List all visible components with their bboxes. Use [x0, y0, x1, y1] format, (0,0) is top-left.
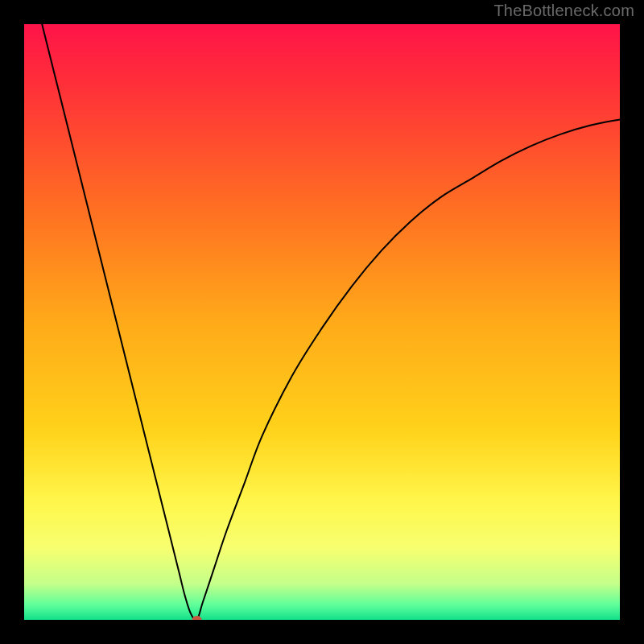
gradient-background	[24, 24, 620, 620]
bottleneck-chart	[24, 24, 620, 620]
chart-frame: TheBottleneck.com	[0, 0, 644, 644]
watermark-text: TheBottleneck.com	[493, 2, 634, 20]
plot-area	[24, 24, 620, 620]
